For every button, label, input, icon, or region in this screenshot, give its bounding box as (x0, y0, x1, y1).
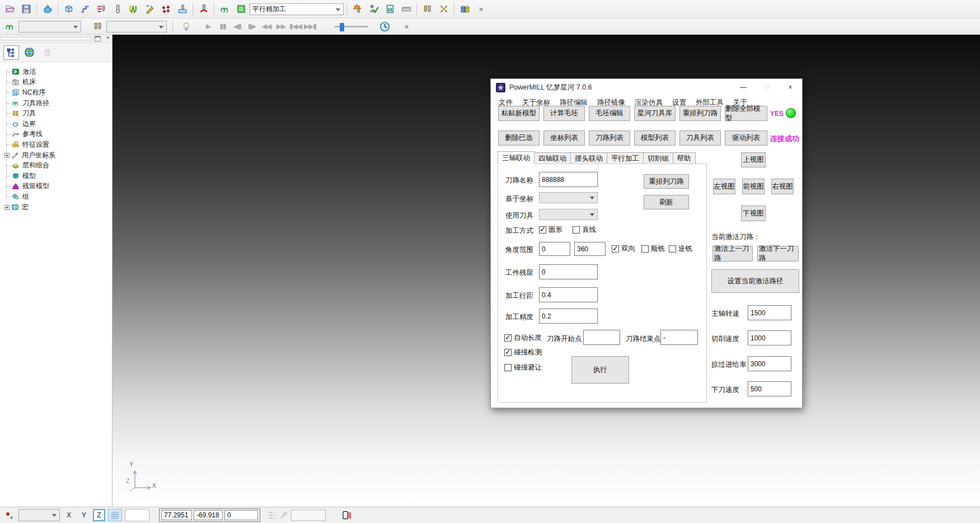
tool-create-button[interactable] (110, 2, 125, 16)
sim-play-button[interactable]: ▶ (201, 22, 215, 30)
strategies-button[interactable] (126, 2, 141, 16)
circular-checkbox[interactable]: 圆形 (539, 225, 562, 235)
explorer-globe-button[interactable] (21, 45, 37, 60)
auto-length-checkbox[interactable]: 自动长度 (504, 333, 542, 343)
transform-button[interactable] (436, 2, 451, 16)
spindle-speed-input[interactable] (748, 305, 791, 320)
grid-toggle-button[interactable] (108, 509, 122, 521)
plunge-feed-input[interactable] (748, 381, 791, 396)
tree-item-boundaries[interactable]: 边界 (3, 119, 112, 129)
sim-rewind-button[interactable]: ◀◀ (260, 22, 273, 30)
toolpath-button[interactable] (217, 2, 232, 16)
render-shaded-button[interactable] (40, 2, 55, 16)
sim-go-end-button[interactable]: ▶▶▮ (303, 22, 317, 30)
angle-to-input[interactable] (574, 242, 606, 256)
leads-links-button[interactable] (366, 2, 381, 16)
strategy-list-button[interactable] (233, 2, 248, 16)
checkbox-icon[interactable] (573, 226, 580, 234)
maximize-button[interactable]: □ (755, 79, 779, 96)
activate-next-button[interactable]: 激活下一刀路 (757, 246, 799, 262)
toolpath-list-button[interactable]: 刀路列表 (589, 130, 630, 146)
record-position-button[interactable] (2, 509, 16, 521)
drive-list-button[interactable]: 驱动列表 (725, 130, 767, 146)
based-coord-select[interactable] (539, 192, 598, 203)
workplane-select[interactable] (18, 509, 60, 521)
checkbox-icon[interactable] (504, 334, 512, 342)
stock-remain-input[interactable] (539, 264, 598, 279)
linear-checkbox[interactable]: 直线 (573, 225, 596, 235)
calculator-button[interactable] (382, 2, 397, 16)
axis-x-button[interactable]: X (63, 509, 75, 521)
coord-z-field[interactable]: 0 (224, 510, 258, 520)
rapid-moves-button[interactable] (77, 2, 92, 16)
execute-button[interactable]: 执行 (571, 356, 629, 384)
page-pause-icon[interactable] (342, 511, 351, 520)
paste-model-button[interactable]: 粘贴新模型 (498, 106, 540, 121)
sim-clock-button[interactable] (377, 19, 392, 34)
tree-item-stock-models[interactable]: 残留模型 (3, 181, 112, 192)
sim-go-start-button[interactable]: ▮◀◀ (289, 22, 302, 30)
sim-step-back-button[interactable]: ◀▮ (231, 22, 244, 30)
view-front-button[interactable]: 前视图 (742, 179, 765, 194)
close-dialog-button[interactable]: × (779, 79, 802, 96)
use-tool-select[interactable] (539, 209, 598, 220)
active-strategy-select[interactable]: 平行精加工 (250, 3, 344, 15)
climb-mill-checkbox[interactable]: 顺铣 (641, 244, 665, 254)
conventional-mill-checkbox[interactable]: 逆铣 (669, 244, 692, 254)
calc-stock-button[interactable]: 计算毛坯 (543, 106, 585, 121)
coord-x-field[interactable]: 77.2951 (161, 510, 192, 520)
sim-tool-select[interactable] (106, 21, 167, 32)
refresh-button[interactable]: 刷新 (644, 195, 689, 209)
delete-selected-button[interactable]: 删除已选 (498, 130, 540, 146)
expand-plus-icon[interactable] (4, 205, 10, 210)
view-top-button[interactable]: 上视图 (741, 152, 766, 167)
sim-fast-forward-button[interactable]: ▶▶ (274, 22, 288, 30)
panel-grip[interactable]: × (0, 35, 112, 43)
angle-from-input[interactable] (539, 242, 570, 256)
tab-parallel[interactable]: 平行加工 (607, 152, 644, 164)
stepover-input[interactable] (539, 287, 598, 302)
tree-item-tools[interactable]: 刀具 (3, 108, 112, 119)
coord-list-button[interactable]: 坐标列表 (543, 130, 585, 146)
bidirectional-checkbox[interactable]: 双向 (612, 244, 635, 254)
verify-toolpath-button[interactable] (350, 2, 365, 16)
collision-check-button[interactable] (196, 2, 211, 16)
cutting-speed-input[interactable] (748, 330, 791, 345)
points-button[interactable] (158, 2, 174, 16)
skim-feed-input[interactable] (748, 356, 791, 371)
model-list-button[interactable]: 模型列表 (634, 130, 676, 146)
tree-item-feature-sets[interactable]: 特征设置 (3, 139, 112, 150)
tab-saw[interactable]: 切割锯 (643, 152, 673, 164)
sim-pause-button[interactable]: ▮▮ (216, 22, 229, 30)
coord-y-field[interactable]: -69.918 (194, 510, 223, 520)
stock-edit-button[interactable]: 毛坯编辑 (589, 106, 630, 121)
checkbox-icon[interactable] (669, 245, 676, 253)
save-project-button[interactable] (18, 2, 34, 16)
collision-check-checkbox[interactable]: 碰撞检测 (504, 348, 542, 357)
pattern-editor-button[interactable] (142, 2, 157, 16)
activate-prev-button[interactable]: 激活上一刀路 (712, 246, 753, 262)
view-right-button[interactable]: 右视图 (771, 179, 794, 194)
viewmill-button[interactable] (457, 2, 472, 16)
end-point-input[interactable] (660, 330, 698, 345)
sim-speed-slider-handle[interactable] (340, 23, 344, 31)
checkbox-icon[interactable] (504, 364, 512, 371)
view-left-button[interactable]: 左视图 (713, 179, 735, 194)
explorer-trash-button[interactable] (39, 45, 55, 60)
checkbox-icon[interactable] (641, 245, 649, 253)
set-active-path-button[interactable]: 设置当前激活路径 (711, 269, 799, 293)
sim-step-forward-button[interactable]: ▮▶ (245, 22, 259, 30)
checkbox-icon[interactable] (504, 349, 512, 356)
open-project-button[interactable] (2, 2, 17, 16)
sim-tool-button[interactable] (90, 19, 105, 34)
sim-speed-slider[interactable] (335, 26, 368, 27)
rearrange-button[interactable]: 重排列刀路 (644, 174, 689, 189)
tree-item-patterns[interactable]: 参考线 (3, 129, 112, 140)
tree-item-groups[interactable]: 组 (3, 192, 112, 202)
tolerance-input[interactable] (539, 309, 598, 324)
tab-swivel[interactable]: 摆头联动 (570, 152, 607, 164)
checkbox-icon[interactable] (539, 226, 546, 234)
toolpath-name-input[interactable] (539, 172, 598, 187)
close-panel-button[interactable]: × (106, 34, 110, 41)
tab-help[interactable]: 帮助 (673, 152, 696, 164)
